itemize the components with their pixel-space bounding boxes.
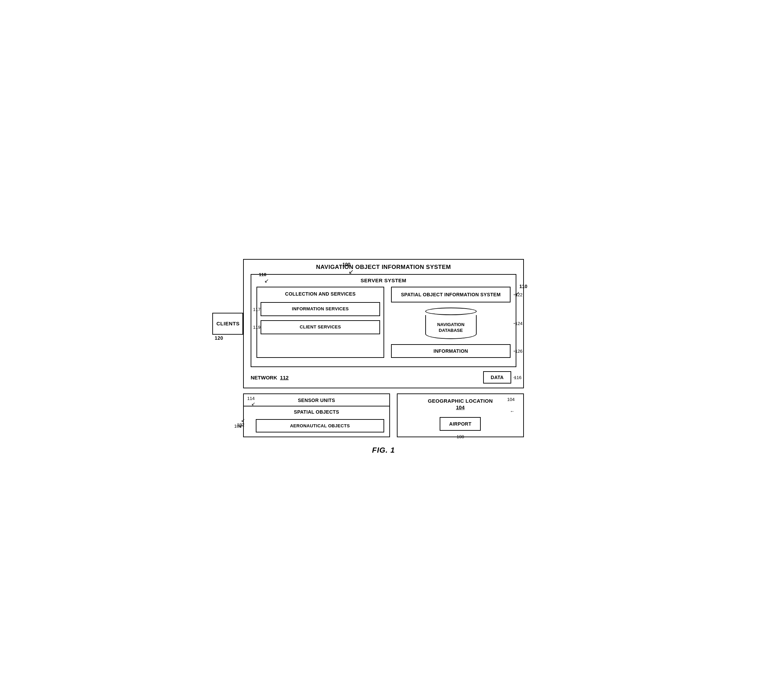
airport-box: AIRPORT [440,417,481,431]
info-services-box: INFORMATION SERVICES [261,302,380,316]
client-services-box: CLIENT SERVICES [261,320,380,334]
geo-title: GEOGRAPHIC LOCATION [401,398,520,405]
arrow-106: ↙ [239,423,243,429]
sensor-title: SENSOR UNITS [244,394,389,406]
bottom-section: 114 ↙ SENSOR UNITS 102 ↙ SPATIAL OBJECTS… [243,394,524,437]
spatial-objects-title: SPATIAL OBJECTS [244,406,389,417]
arrow-122: ← [512,292,518,298]
geo-box: 104 GEOGRAPHIC LOCATION 104 AIRPORT 108 … [397,394,524,437]
info-services-label: INFORMATION SERVICES [292,306,349,311]
spatial-objects-box: 102 ↙ SPATIAL OBJECTS 106 ↙ AERONAUTICAL… [244,406,389,432]
client-services-label: CLIENT SERVICES [300,324,341,330]
cylinder-top [425,308,477,315]
ref-108-label: 108 [457,434,464,439]
collection-title: COLLECTION AND SERVICES [261,291,380,297]
spatial-object-label: SPATIAL OBJECT INFORMATION SYSTEM [401,292,501,297]
arrow-108: ← [510,408,515,414]
server-box: 118 ↙ SERVER SYSTEM COLLECTION AND SERVI… [251,274,516,367]
data-box: DATA [483,371,511,384]
data-label: DATA [491,375,504,380]
information-label: INFORMATION [433,348,468,354]
ref-104-underlined: 104 [401,405,520,410]
sensor-box: 114 ↙ SENSOR UNITS 102 ↙ SPATIAL OBJECTS… [243,394,390,437]
ref-119-label: 119 [253,325,261,330]
ref-117-label: 117 [253,306,261,312]
server-inner: COLLECTION AND SERVICES 117 INFORMATION … [251,287,516,363]
aeronautical-box: AERONAUTICAL OBJECTS [256,419,384,432]
airport-label: AIRPORT [449,421,471,427]
outer-box-title: NAVIGATION OBJECT INFORMATION SYSTEM [244,260,523,274]
ref-114-label: 114 [247,396,255,401]
arrow-116: ← [512,375,517,380]
arrow-126: ← [512,348,518,354]
information-box: INFORMATION [391,344,511,358]
aeronautical-label: AERONAUTICAL OBJECTS [290,423,350,429]
arrow-124: ← [512,320,518,326]
network-area: NETWORK 112 DATA 116 ← [244,367,523,387]
ref-120-label: 120 [215,335,223,341]
arrow-118: ↙ [264,278,269,284]
server-title: SERVER SYSTEM [251,275,516,287]
cylinder-wrapper: NAVIGATION DATABASE [423,308,478,339]
fig-caption: FIG. 1 [229,446,538,462]
page-container: 100 ↙ 110 ↙ CLIENTS 120 NAVIGATION OBJEC… [229,238,538,462]
cylinder-body: NAVIGATION DATABASE [425,315,477,339]
clients-label: CLIENTS [216,321,240,326]
ref-112-underlined: 112 [280,375,289,381]
spatial-side: SPATIAL OBJECT INFORMATION SYSTEM 122 ← … [391,287,511,358]
spatial-object-box: SPATIAL OBJECT INFORMATION SYSTEM [391,287,511,302]
collection-box: COLLECTION AND SERVICES 117 INFORMATION … [256,287,384,358]
ref-104-label: 104 [507,397,515,402]
diagram-wrapper: 100 ↙ 110 ↙ CLIENTS 120 NAVIGATION OBJEC… [229,259,538,462]
data-box-wrapper: DATA 116 ← [483,371,511,384]
outer-navigation-box: CLIENTS 120 NAVIGATION OBJECT INFORMATIO… [243,259,524,388]
nav-db-container: NAVIGATION DATABASE 124 ← [391,308,511,339]
network-label: NETWORK 112 [251,375,289,381]
clients-box: CLIENTS 120 [212,313,243,335]
ref-118-label: 118 [259,272,266,277]
nav-db-label: NAVIGATION DATABASE [426,322,476,333]
airport-wrapper: AIRPORT 108 ← [401,410,520,432]
